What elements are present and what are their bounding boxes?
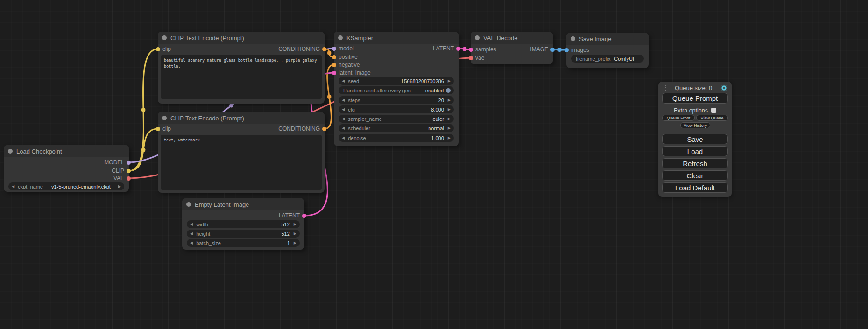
node-ksampler[interactable]: KSampler model positive negative latent_…	[334, 32, 459, 146]
decrement-arrow-icon[interactable]: ◀	[342, 117, 345, 121]
increment-arrow-icon[interactable]: ▶	[294, 241, 296, 245]
batch-size-widget[interactable]: ◀ batch_size 1 ▶	[187, 239, 300, 247]
node-title-bar[interactable]: CLIP Text Encode (Prompt)	[158, 32, 325, 44]
node-clip-text-encode-negative[interactable]: CLIP Text Encode (Prompt) clip CONDITION…	[158, 112, 325, 193]
collapse-dot[interactable]	[8, 149, 13, 154]
queue-front-button[interactable]: Queue Front	[662, 115, 695, 121]
negative-input-dot[interactable]	[332, 63, 336, 67]
decrement-arrow-icon[interactable]: ◀	[342, 126, 345, 130]
conditioning-output-dot[interactable]	[322, 47, 326, 51]
width-widget[interactable]: ◀ width 512 ▶	[187, 220, 300, 228]
node-empty-latent-image[interactable]: Empty Latent Image LATENT ◀ width 512 ▶ …	[182, 198, 304, 250]
output-slot-vae[interactable]: VAE	[113, 175, 131, 182]
load-default-button[interactable]: Load Default	[662, 182, 728, 193]
collapse-dot[interactable]	[571, 36, 575, 41]
denoise-widget[interactable]: ◀ denoise 1.000 ▶	[339, 134, 454, 142]
latent-output-dot[interactable]	[456, 47, 460, 51]
collapse-dot[interactable]	[162, 116, 167, 120]
node-title-bar[interactable]: Empty Latent Image	[182, 198, 304, 210]
decrement-arrow-icon[interactable]: ◀	[12, 185, 14, 189]
node-title-bar[interactable]: Save Image	[566, 33, 649, 45]
input-slot-positive[interactable]: positive	[332, 54, 358, 60]
node-load-checkpoint[interactable]: Load Checkpoint MODEL CLIP VAE ◀ ckpt_na…	[4, 145, 129, 192]
decrement-arrow-icon[interactable]: ◀	[190, 241, 193, 245]
collapse-dot[interactable]	[162, 35, 167, 40]
filename-prefix-widget[interactable]: filename_prefix ComfyUI	[571, 55, 644, 63]
output-slot-conditioning[interactable]: CONDITIONING	[278, 46, 326, 52]
model-output-dot[interactable]	[127, 161, 131, 165]
model-input-dot[interactable]	[332, 47, 336, 51]
conditioning-output-dot[interactable]	[322, 127, 326, 131]
decrement-arrow-icon[interactable]: ◀	[342, 79, 345, 83]
toggle-dot[interactable]	[446, 88, 451, 93]
node-save-image[interactable]: Save Image images filename_prefix ComfyU…	[566, 33, 649, 68]
decrement-arrow-icon[interactable]: ◀	[190, 223, 193, 226]
collapse-dot[interactable]	[186, 202, 191, 207]
decrement-arrow-icon[interactable]: ◀	[342, 98, 345, 102]
clip-input-dot[interactable]	[156, 47, 160, 51]
vae-output-dot[interactable]	[127, 176, 131, 181]
load-button[interactable]: Load	[662, 146, 728, 156]
cfg-widget[interactable]: ◀ cfg 8.000 ▶	[339, 105, 454, 113]
increment-arrow-icon[interactable]: ▶	[448, 98, 451, 102]
node-clip-text-encode-positive[interactable]: CLIP Text Encode (Prompt) clip CONDITION…	[158, 32, 325, 104]
output-slot-latent[interactable]: LATENT	[433, 45, 460, 52]
seed-widget[interactable]: ◀ seed 156680208700286 ▶	[339, 77, 454, 85]
positive-prompt-textarea[interactable]: beautiful scenery nature glass bottle la…	[161, 55, 322, 99]
output-slot-latent[interactable]: LATENT	[279, 212, 306, 219]
clip-output-dot[interactable]	[127, 169, 131, 173]
output-slot-conditioning[interactable]: CONDITIONING	[278, 126, 326, 132]
vae-input-dot[interactable]	[469, 56, 473, 60]
queue-prompt-button[interactable]: Queue Prompt	[662, 93, 728, 104]
input-slot-vae[interactable]: vae	[469, 55, 484, 61]
increment-arrow-icon[interactable]: ▶	[448, 108, 451, 112]
output-slot-model[interactable]: MODEL	[104, 159, 131, 166]
increment-arrow-icon[interactable]: ▶	[448, 117, 451, 121]
increment-arrow-icon[interactable]: ▶	[448, 126, 451, 130]
output-slot-clip[interactable]: CLIP	[112, 168, 131, 174]
increment-arrow-icon[interactable]: ▶	[448, 136, 451, 140]
steps-widget[interactable]: ◀ steps 20 ▶	[339, 96, 454, 104]
extra-options-checkbox[interactable]	[711, 108, 716, 113]
image-output-dot[interactable]	[550, 48, 555, 52]
random-seed-toggle-widget[interactable]: Random seed after every gen enabled	[339, 86, 454, 94]
input-slot-clip[interactable]: clip	[156, 126, 171, 132]
samples-input-dot[interactable]	[469, 48, 473, 52]
input-slot-clip[interactable]: clip	[156, 46, 171, 52]
increment-arrow-icon[interactable]: ▶	[294, 232, 296, 236]
node-title-bar[interactable]: Load Checkpoint	[4, 145, 129, 157]
latent-image-input-dot[interactable]	[332, 71, 336, 75]
collapse-dot[interactable]	[338, 35, 343, 40]
refresh-button[interactable]: Refresh	[662, 158, 728, 168]
settings-gear-icon[interactable]	[720, 84, 727, 91]
negative-prompt-textarea[interactable]: text, watermark	[161, 135, 322, 190]
node-title-bar[interactable]: VAE Decode	[471, 32, 553, 44]
view-queue-button[interactable]: View Queue	[696, 115, 728, 121]
input-slot-model[interactable]: model	[332, 45, 354, 52]
ckpt-name-widget[interactable]: ◀ ckpt_name v1-5-pruned-emaonly.ckpt ▶	[8, 182, 124, 190]
save-button[interactable]: Save	[662, 134, 728, 144]
clip-input-dot[interactable]	[156, 127, 160, 131]
input-slot-latent-image[interactable]: latent_image	[332, 70, 371, 76]
input-slot-negative[interactable]: negative	[332, 62, 360, 68]
node-graph-canvas[interactable]: Load Checkpoint MODEL CLIP VAE ◀ ckpt_na…	[0, 0, 868, 329]
scheduler-widget[interactable]: ◀ scheduler normal ▶	[339, 124, 454, 132]
collapse-dot[interactable]	[475, 35, 480, 40]
drag-handle-icon[interactable]	[663, 85, 666, 91]
node-title-bar[interactable]: CLIP Text Encode (Prompt)	[158, 112, 325, 124]
clear-button[interactable]: Clear	[662, 170, 728, 181]
decrement-arrow-icon[interactable]: ◀	[342, 136, 345, 140]
input-slot-images[interactable]: images	[565, 47, 589, 53]
decrement-arrow-icon[interactable]: ◀	[342, 108, 345, 112]
output-slot-image[interactable]: IMAGE	[530, 46, 555, 53]
latent-output-dot[interactable]	[302, 214, 306, 218]
increment-arrow-icon[interactable]: ▶	[118, 185, 121, 189]
increment-arrow-icon[interactable]: ▶	[448, 79, 451, 83]
input-slot-samples[interactable]: samples	[469, 46, 496, 53]
increment-arrow-icon[interactable]: ▶	[294, 223, 296, 226]
node-vae-decode[interactable]: VAE Decode samples vae IMAGE	[471, 32, 553, 64]
positive-input-dot[interactable]	[332, 55, 336, 59]
images-input-dot[interactable]	[565, 48, 569, 52]
height-widget[interactable]: ◀ height 512 ▶	[187, 230, 300, 238]
view-history-button[interactable]: View History	[680, 122, 710, 128]
